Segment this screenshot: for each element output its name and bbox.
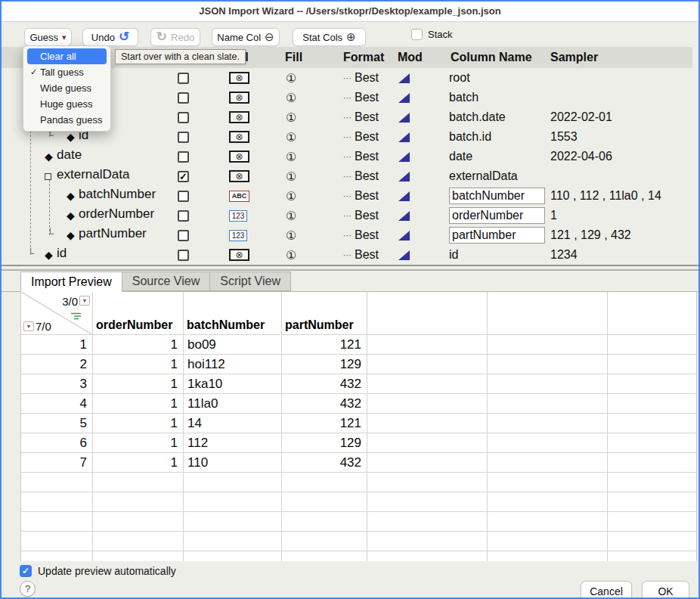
undo-icon: ↺ (119, 32, 129, 42)
new-column-checkbox[interactable] (178, 92, 189, 104)
format-selector[interactable]: ⋯ Best (338, 147, 395, 166)
format-selector[interactable]: ⋯ Best (338, 225, 395, 245)
help-button[interactable]: ? (20, 581, 36, 597)
no-column-icon[interactable]: ⊗ (229, 131, 249, 143)
modeling-type-icon[interactable] (398, 93, 410, 103)
format-value: Best (355, 169, 379, 183)
fill-icon[interactable]: ① (286, 228, 296, 243)
guess-menu-item[interactable]: Pandas guess (27, 112, 107, 128)
tree-node[interactable]: └◆partNumber (2, 225, 175, 245)
rows-dropdown-button[interactable]: ▼ (23, 321, 34, 331)
redo-button[interactable]: ↻ Redo (150, 28, 200, 46)
no-column-icon[interactable]: ⊗ (229, 249, 249, 261)
cancel-button[interactable]: Cancel (581, 581, 632, 599)
guess-menu-item[interactable]: Wide guess (27, 80, 107, 96)
modeling-type-icon[interactable] (398, 152, 410, 162)
fill-icon[interactable]: ① (286, 169, 296, 184)
preview-cell-batchnumber: 14 (184, 414, 282, 433)
columns-dropdown-button[interactable]: ▼ (79, 296, 90, 306)
no-column-icon[interactable]: ⊗ (229, 72, 249, 84)
tree-node[interactable]: ◆orderNumber (2, 206, 175, 225)
tree-node[interactable]: ◆date (2, 147, 175, 166)
tab-source-view[interactable]: Source View (122, 272, 211, 291)
fill-icon[interactable]: ① (286, 209, 296, 223)
tree-node[interactable]: └◆id (2, 245, 175, 265)
format-selector[interactable]: ⋯ Best (338, 68, 395, 88)
guess-menu-item[interactable]: Clear all (27, 48, 107, 64)
name-col-button[interactable]: Name Col ⊖ (212, 28, 280, 46)
column-name-input[interactable] (449, 227, 545, 244)
preview-cell-empty (367, 335, 488, 355)
no-column-icon[interactable]: ⊗ (229, 151, 249, 163)
new-column-checkbox[interactable] (178, 73, 189, 84)
modeling-type-icon[interactable] (398, 172, 410, 182)
tab-import-preview[interactable]: Import Preview (20, 272, 122, 292)
format-value: Best (355, 91, 379, 104)
guess-menu-item[interactable]: Huge guess (27, 96, 107, 112)
undo-button[interactable]: Undo ↺ (82, 28, 138, 46)
no-column-icon[interactable]: ⊗ (229, 170, 249, 182)
format-dots-icon: ⋯ (343, 113, 352, 123)
guess-button[interactable]: Guess ▾ (24, 28, 72, 46)
fill-icon[interactable]: ① (286, 91, 296, 105)
diamond-icon: ◆ (67, 130, 75, 144)
format-selector[interactable]: ⋯ Best (338, 206, 395, 225)
modeling-type-icon[interactable] (398, 250, 410, 260)
guess-menu-item-label: Clear all (40, 51, 76, 62)
modeling-type-icon[interactable] (398, 132, 410, 142)
format-selector[interactable]: ⋯ Best (338, 107, 395, 127)
modeling-type-icon[interactable] (398, 73, 410, 83)
modeling-type-icon[interactable] (398, 211, 410, 221)
preview-cell-ordernumber: 1 (93, 414, 184, 433)
tab-label: Source View (132, 275, 200, 288)
ok-button[interactable]: OK (642, 581, 689, 599)
modeling-type-icon[interactable] (398, 113, 410, 123)
fill-icon[interactable]: ① (286, 150, 296, 164)
modeling-type-icon[interactable] (398, 231, 410, 241)
preview-cell-empty (282, 473, 367, 492)
tab-script-view[interactable]: Script View (210, 272, 291, 291)
new-column-checkbox[interactable] (178, 112, 189, 123)
fill-icon[interactable]: ① (286, 248, 296, 262)
new-column-checkbox[interactable] (178, 191, 189, 202)
numeric-column-icon[interactable]: 123 (229, 230, 247, 241)
tree-node[interactable]: ◆batchNumber (2, 186, 175, 206)
preview-cell-empty (21, 532, 93, 551)
preview-cell-empty (367, 492, 488, 512)
new-column-checkbox[interactable] (178, 132, 189, 143)
stack-checkbox[interactable] (411, 29, 423, 40)
update-preview-checkbox[interactable]: ✓ (20, 565, 32, 577)
fill-icon[interactable]: ① (286, 71, 296, 85)
diamond-icon: ◆ (45, 248, 53, 262)
preview-cell-empty (488, 473, 608, 492)
fill-icon[interactable]: ① (286, 110, 296, 125)
column-name-input[interactable] (449, 207, 545, 224)
guess-menu-item-label: Tall guess (40, 67, 84, 78)
column-name-input[interactable] (449, 188, 545, 204)
fill-icon[interactable]: ① (286, 189, 296, 203)
no-column-icon[interactable]: ⊗ (229, 92, 249, 104)
numeric-column-icon[interactable]: 123 (229, 210, 247, 222)
new-column-checkbox[interactable] (178, 250, 189, 261)
tree-corner: └ (47, 228, 54, 239)
tree-node[interactable]: externalData (2, 166, 175, 186)
preview-cell-empty (608, 414, 696, 433)
format-selector[interactable]: ⋯ Best (338, 88, 395, 107)
new-column-checkbox[interactable] (178, 230, 189, 241)
guess-menu-item[interactable]: ✓ Tall guess (27, 64, 107, 80)
modeling-type-icon[interactable] (398, 191, 410, 201)
format-selector[interactable]: ⋯ Best (338, 186, 395, 206)
character-column-icon[interactable]: ABC (229, 191, 249, 202)
new-column-checkbox[interactable] (178, 210, 189, 222)
new-column-checkbox[interactable] (178, 151, 189, 163)
fill-icon[interactable]: ① (286, 130, 296, 144)
format-selector[interactable]: ⋯ Best (338, 127, 395, 147)
format-selector[interactable]: ⋯ Best (338, 166, 395, 186)
preview-cell-ordernumber: 1 (93, 335, 184, 355)
object-icon (45, 173, 51, 180)
format-selector[interactable]: ⋯ Best (338, 245, 395, 265)
preview-cell-empty (282, 512, 367, 532)
no-column-icon[interactable]: ⊗ (229, 111, 249, 123)
new-column-checkbox[interactable]: ✓ (178, 171, 189, 182)
stat-cols-button[interactable]: Stat Cols ⊕ (293, 28, 366, 46)
